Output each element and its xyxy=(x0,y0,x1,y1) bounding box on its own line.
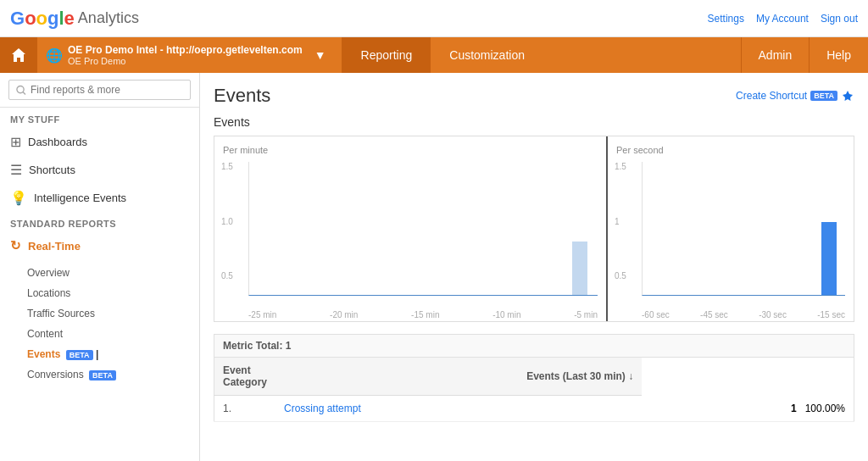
analytics-text: Analytics xyxy=(78,9,139,27)
cursor-indicator: | xyxy=(96,348,98,360)
search-icon xyxy=(16,85,26,96)
events-count: 1 xyxy=(791,403,797,414)
chart-right-plot xyxy=(642,162,845,296)
ry-label-0.5: 0.5 xyxy=(615,271,626,280)
dashboards-icon: ⊞ xyxy=(10,134,21,150)
chart-left-plot xyxy=(248,162,598,296)
x-label-20: -20 min xyxy=(330,310,358,319)
right-chart-bar xyxy=(821,222,837,295)
chart-left-x-labels: -25 min -20 min -15 min -10 min -5 min xyxy=(248,310,598,319)
sign-out-link[interactable]: Sign out xyxy=(821,13,858,25)
rx-label-45: -45 sec xyxy=(700,310,728,319)
sidebar-realtime-header[interactable]: ↻ Real-Time xyxy=(0,232,199,259)
create-shortcut-icon xyxy=(841,89,854,103)
nav-customization-link[interactable]: Customization xyxy=(431,37,543,73)
chart-left-y-labels: 1.5 1.0 0.5 xyxy=(221,162,233,280)
sidebar-sub-conversions[interactable]: Conversions BETA xyxy=(0,364,199,385)
intelligence-label: Intelligence Events xyxy=(34,192,126,204)
ry-label-1.5: 1.5 xyxy=(615,162,626,171)
nav-bar: 🌐 OE Pro Demo Intel - http://oepro.getle… xyxy=(0,37,868,73)
standard-reports-label: STANDARD REPORTS xyxy=(0,212,199,232)
nav-admin-link[interactable]: Admin xyxy=(741,37,810,73)
create-shortcut-beta: BETA xyxy=(810,91,837,101)
nav-right: Admin Help xyxy=(741,37,868,73)
row-events: 1 100.00% xyxy=(642,396,854,422)
y-label-1.0: 1.0 xyxy=(221,217,233,226)
shortcuts-label: Shortcuts xyxy=(29,164,75,176)
realtime-icon: ↻ xyxy=(10,238,21,253)
row-num: 1. xyxy=(214,396,276,422)
svg-line-1 xyxy=(23,92,25,94)
nav-links: Reporting Customization xyxy=(342,37,741,73)
y-label-1.5: 1.5 xyxy=(221,162,233,171)
top-bar: Google Analytics Settings My Account Sig… xyxy=(0,0,868,37)
settings-link[interactable]: Settings xyxy=(708,13,744,25)
x-label-10: -10 min xyxy=(492,310,520,319)
search-input[interactable] xyxy=(31,84,183,96)
sidebar: MY STUFF ⊞ Dashboards ☰ Shortcuts 💡 Inte… xyxy=(0,73,200,461)
sidebar-sub-content[interactable]: Content xyxy=(0,324,199,344)
x-label-25: -25 min xyxy=(248,310,276,319)
dashboards-label: Dashboards xyxy=(28,136,87,148)
page-title: Events xyxy=(214,85,270,107)
metric-total: Metric Total: 1 xyxy=(214,334,854,357)
create-shortcut-link[interactable]: Create Shortcut BETA xyxy=(736,89,854,103)
chart-right: Per second 1.5 1 0.5 -60 sec -45 sec -30… xyxy=(608,136,854,321)
metric-total-value: 1 xyxy=(286,340,292,352)
top-links: Settings My Account Sign out xyxy=(708,13,858,25)
col-events-last-30: Events (Last 30 min) ↓ xyxy=(275,358,642,396)
table-row: 1. Crossing attempt 1 100.00% xyxy=(214,396,854,422)
create-shortcut-text: Create Shortcut xyxy=(736,90,807,102)
my-stuff-label: MY STUFF xyxy=(0,108,199,128)
content-area: Events Create Shortcut BETA Events Per m… xyxy=(200,73,868,461)
data-table: Event Category Events (Last 30 min) ↓ 1.… xyxy=(214,357,854,422)
chart-left-label: Per minute xyxy=(223,145,598,155)
conversions-label: Conversions xyxy=(27,369,84,380)
intelligence-icon: 💡 xyxy=(10,190,27,206)
sidebar-item-shortcuts[interactable]: ☰ Shortcuts xyxy=(0,156,199,184)
col-event-category: Event Category xyxy=(214,358,276,396)
shortcuts-icon: ☰ xyxy=(10,162,22,178)
events-label: Events xyxy=(27,348,60,360)
row-category: Crossing attempt xyxy=(275,396,642,422)
nav-help-link[interactable]: Help xyxy=(809,37,868,73)
nav-dropdown-button[interactable]: ▼ xyxy=(308,48,333,62)
account-info: OE Pro Demo Intel - http://oepro.getleve… xyxy=(68,44,303,66)
rx-label-60: -60 sec xyxy=(642,310,670,319)
nav-reporting-link[interactable]: Reporting xyxy=(342,37,431,73)
chart-right-y-labels: 1.5 1 0.5 xyxy=(615,162,626,280)
search-box xyxy=(0,73,199,108)
logo-area: Google Analytics xyxy=(10,8,139,30)
y-label-0.5: 0.5 xyxy=(221,271,233,280)
charts-container: Per minute 1.5 1.0 0.5 -25 min -20 min -… xyxy=(214,136,854,322)
sidebar-sub-overview[interactable]: Overview xyxy=(0,263,199,283)
events-percent: 100.00% xyxy=(805,403,845,414)
sidebar-sub-events[interactable]: Events BETA | xyxy=(0,344,199,364)
category-link[interactable]: Crossing attempt xyxy=(284,403,361,414)
charts-section: Events Per minute 1.5 1.0 0.5 -25 min xyxy=(214,115,854,322)
svg-marker-2 xyxy=(843,91,853,101)
sidebar-item-intelligence-events[interactable]: 💡 Intelligence Events xyxy=(0,184,199,212)
my-account-link[interactable]: My Account xyxy=(756,13,809,25)
nav-account: 🌐 OE Pro Demo Intel - http://oepro.getle… xyxy=(37,37,342,73)
x-label-15: -15 min xyxy=(411,310,439,319)
sidebar-sub-locations[interactable]: Locations xyxy=(0,283,199,303)
account-name: OE Pro Demo Intel - http://oepro.getleve… xyxy=(68,44,303,56)
left-chart-bar xyxy=(572,242,587,295)
sidebar-item-dashboards[interactable]: ⊞ Dashboards xyxy=(0,128,199,156)
chart-left: Per minute 1.5 1.0 0.5 -25 min -20 min -… xyxy=(214,136,608,321)
search-input-wrapper[interactable] xyxy=(8,80,191,100)
realtime-label: Real-Time xyxy=(28,240,81,253)
google-logo: Google xyxy=(10,8,75,30)
chart-right-x-labels: -60 sec -45 sec -30 sec -15 sec xyxy=(642,310,845,319)
charts-title: Events xyxy=(214,115,854,129)
main-layout: MY STUFF ⊞ Dashboards ☰ Shortcuts 💡 Inte… xyxy=(0,73,868,461)
sidebar-sub-traffic-sources[interactable]: Traffic Sources xyxy=(0,303,199,324)
rx-label-30: -30 sec xyxy=(759,310,787,319)
account-sub: OE Pro Demo xyxy=(68,56,303,66)
nav-home-button[interactable] xyxy=(0,37,37,73)
content-header: Events Create Shortcut BETA xyxy=(214,85,854,107)
x-label-5: -5 min xyxy=(574,310,598,319)
chart-right-label: Per second xyxy=(616,145,845,155)
globe-icon: 🌐 xyxy=(46,47,63,64)
